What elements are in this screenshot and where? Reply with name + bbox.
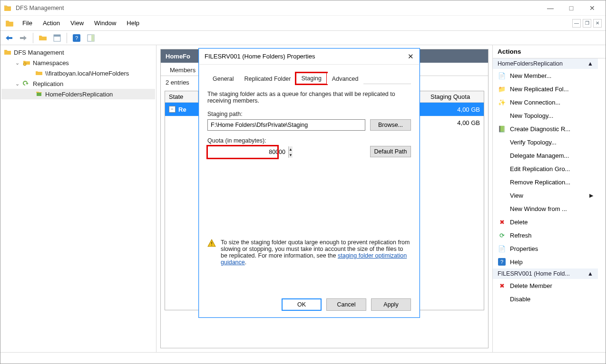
staging-path-input[interactable]	[207, 119, 365, 131]
diagnostic-icon: 📗	[498, 125, 506, 133]
col-staging-quota[interactable]: Staging Quota	[427, 91, 484, 102]
tab-advanced[interactable]: Advanced	[327, 73, 364, 84]
expander-icon[interactable]: ⌄	[14, 60, 20, 66]
window-buttons: — □ ✕	[540, 1, 603, 15]
delete-icon: ✖	[498, 218, 506, 226]
dfs-root-icon	[3, 48, 12, 57]
toolbar-pane-icon[interactable]	[85, 32, 97, 44]
toolbar-list-icon[interactable]	[51, 32, 63, 44]
staging-path-label: Staging path:	[207, 111, 411, 117]
row-state: Re	[178, 106, 186, 113]
replication-icon	[22, 79, 31, 88]
tree-root[interactable]: DFS Management	[1, 47, 155, 57]
cancel-button[interactable]: Cancel	[326, 298, 366, 311]
menu-view[interactable]: View	[66, 18, 88, 29]
expander-icon[interactable]: ⌄	[14, 81, 20, 87]
close-button[interactable]: ✕	[582, 1, 603, 15]
action-delegate-management[interactable]: Delegate Managem...	[493, 149, 598, 162]
tab-general[interactable]: General	[207, 73, 239, 84]
svg-rect-1	[54, 35, 60, 37]
staging-desc: The staging folder acts as a queue for c…	[207, 91, 411, 104]
action-delete[interactable]: ✖Delete	[493, 215, 598, 229]
blank-icon	[498, 164, 506, 173]
namespaces-icon	[22, 58, 31, 67]
mdi-restore[interactable]: ❐	[583, 19, 591, 28]
tree-namespaces-label: Namespaces	[33, 59, 69, 67]
app-icon	[3, 4, 12, 12]
tree-replication[interactable]: ⌄ Replication	[1, 78, 155, 89]
svg-point-6	[23, 63, 26, 66]
quota-input[interactable]	[208, 146, 288, 158]
quota-spinner[interactable]: ▲ ▼	[207, 146, 278, 158]
action-new-replicated-folder[interactable]: 📁New Replicated Fol...	[493, 82, 598, 96]
collapse-icon[interactable]: ▲	[587, 60, 593, 67]
mdi-minimize[interactable]: —	[572, 19, 581, 28]
tree-replication-group[interactable]: HomeFoldersReplication	[1, 89, 155, 99]
tree-namespace-path[interactable]: \\firatboyan.local\HomeFolders	[1, 68, 155, 78]
titlebar: DFS Management — □ ✕	[0, 0, 606, 16]
action-create-diagnostic[interactable]: 📗Create Diagnostic R...	[493, 122, 598, 135]
menu-window[interactable]: Window	[89, 18, 121, 29]
toolbar: ?	[0, 31, 606, 45]
blank-icon	[498, 191, 506, 200]
default-path-button[interactable]: Default Path	[370, 146, 411, 157]
tab-staging[interactable]: Staging	[296, 73, 326, 84]
action-refresh[interactable]: ⟳Refresh	[493, 229, 598, 242]
dialog-close-button[interactable]: ✕	[408, 52, 414, 61]
actions-group-replication[interactable]: HomeFoldersReplication ▲	[493, 58, 598, 69]
navigation-tree[interactable]: DFS Management ⌄ Namespaces \\firatboyan…	[0, 45, 156, 352]
action-new-member[interactable]: 📄New Member...	[493, 69, 598, 82]
toolbar-folder-icon[interactable]	[37, 32, 49, 44]
tab-members[interactable]: Members	[164, 64, 202, 76]
apply-button[interactable]: Apply	[371, 298, 411, 311]
browse-button[interactable]: Browse...	[370, 119, 411, 131]
row-quota: 4,00 GB	[427, 106, 484, 113]
tree-namespace-path-label: \\firatboyan.local\HomeFolders	[45, 70, 129, 77]
ok-button[interactable]: OK	[282, 298, 322, 311]
toolbar-help-icon[interactable]: ?	[71, 32, 82, 44]
delete-icon: ✖	[498, 281, 506, 290]
maximize-button[interactable]: □	[561, 1, 582, 15]
action-help[interactable]: ?Help	[493, 255, 598, 268]
menu-action[interactable]: Action	[38, 18, 65, 29]
action-new-window[interactable]: New Window from ...	[493, 202, 598, 215]
minimize-button[interactable]: —	[540, 1, 561, 15]
action-delete-member[interactable]: ✖Delete Member	[493, 279, 598, 292]
svg-rect-5	[91, 35, 94, 41]
new-folder-icon: 📁	[498, 85, 506, 93]
action-new-topology[interactable]: New Topology...	[493, 109, 598, 122]
namespace-icon	[35, 69, 43, 77]
menu-file[interactable]: File	[18, 18, 37, 29]
action-edit-replication-group[interactable]: Edit Replication Gro...	[493, 162, 598, 175]
action-view[interactable]: View▶	[493, 189, 598, 202]
warning-text: To size the staging folder quota large e…	[221, 239, 411, 266]
properties-icon: 📄	[498, 244, 506, 253]
actions-group-member[interactable]: FILESRV001 (Home Fold... ▲	[493, 268, 598, 279]
action-verify-topology[interactable]: Verify Topology...	[493, 135, 598, 149]
help-icon: ?	[498, 258, 506, 266]
new-connection-icon: ✨	[498, 98, 506, 106]
col-state[interactable]: State	[165, 91, 198, 102]
replication-group-icon	[35, 90, 43, 98]
quota-label: Quota (in megabytes):	[207, 137, 411, 144]
action-properties[interactable]: 📄Properties	[493, 242, 598, 255]
new-member-icon: 📄	[498, 71, 506, 80]
submenu-arrow-icon: ▶	[589, 192, 593, 199]
back-button[interactable]	[3, 32, 15, 44]
row-quota: 4,00 GB	[427, 119, 484, 126]
mdi-close[interactable]: ✕	[593, 19, 602, 28]
tree-replication-label: Replication	[33, 80, 63, 87]
action-disable[interactable]: Disable	[493, 292, 598, 306]
menubar: File Action View Window Help — ❐ ✕	[0, 16, 606, 31]
blank-icon	[498, 178, 506, 186]
action-new-connection[interactable]: ✨New Connection...	[493, 96, 598, 109]
collapse-icon[interactable]: ▲	[587, 270, 593, 277]
tab-replicated-folder[interactable]: Replicated Folder	[239, 73, 296, 84]
blank-icon	[498, 204, 506, 213]
action-remove-replication[interactable]: Remove Replication...	[493, 175, 598, 189]
collapse-icon[interactable]: −	[169, 106, 176, 113]
blank-icon	[498, 151, 506, 160]
forward-button[interactable]	[18, 32, 29, 44]
menu-help[interactable]: Help	[122, 18, 144, 29]
tree-namespaces[interactable]: ⌄ Namespaces	[1, 57, 155, 68]
